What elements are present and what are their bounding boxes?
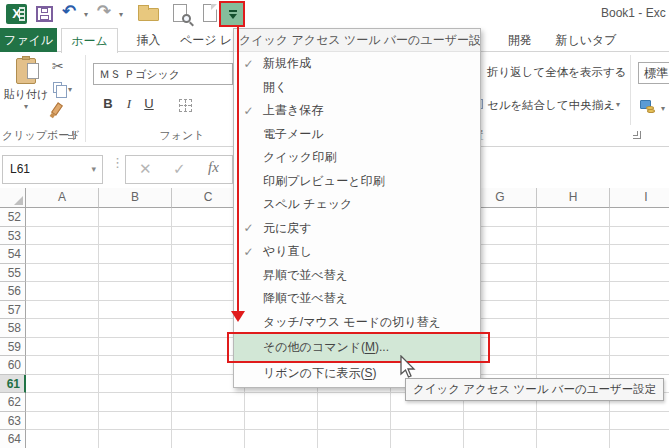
grid-cell[interactable] (26, 393, 99, 412)
formula-input-area[interactable]: ✕ ✓ fx (125, 155, 233, 184)
copy-dropdown[interactable]: ▾ (68, 85, 72, 94)
grid-cell[interactable] (318, 412, 391, 431)
grid-cell[interactable] (172, 430, 245, 448)
grid-cell[interactable] (26, 264, 99, 283)
select-all-corner[interactable] (0, 188, 26, 208)
tab-developer[interactable]: 開発 (494, 28, 546, 52)
menu-item[interactable]: 開く (234, 76, 480, 100)
column-header[interactable]: A (26, 188, 99, 208)
grid-cell[interactable] (99, 301, 172, 320)
menu-item[interactable]: ✓上書き保存 (234, 99, 480, 123)
column-header[interactable]: I (610, 188, 669, 208)
grid-cell[interactable] (318, 393, 391, 412)
cut-button[interactable]: ✂ (52, 58, 64, 74)
grid-cell[interactable] (26, 338, 99, 357)
grid-cell[interactable] (26, 301, 99, 320)
tab-insert[interactable]: 挿入 (121, 28, 176, 52)
insert-function-icon[interactable]: fx (208, 159, 219, 176)
menu-item[interactable]: 昇順で並べ替え (234, 264, 480, 288)
grid-cell[interactable] (99, 430, 172, 448)
clipboard-dialog-launcher-icon[interactable] (68, 131, 76, 139)
italic-button[interactable]: I (121, 96, 137, 112)
grid-cell[interactable] (172, 393, 245, 412)
paste-button[interactable]: 貼り付け ▾ (4, 56, 48, 124)
underline-button[interactable]: U (141, 96, 157, 111)
redo-button[interactable]: ↷ (97, 3, 111, 21)
row-header[interactable]: 53 (0, 227, 26, 246)
enter-icon[interactable]: ✓ (173, 160, 186, 178)
undo-dropdown[interactable]: ▾ (84, 10, 88, 19)
menu-item[interactable]: 印刷プレビューと印刷 (234, 170, 480, 194)
grid-cell[interactable] (26, 375, 99, 394)
grid-cell[interactable] (537, 338, 610, 357)
font-name-combobox[interactable]: ＭＳ Ｐゴシック (93, 63, 233, 85)
menu-item[interactable]: クイック印刷 (234, 146, 480, 170)
wrap-text-button[interactable]: 折り返して全体を表示する (487, 65, 627, 80)
grid-cell[interactable] (610, 208, 669, 227)
tab-page-layout[interactable]: ページ レ (179, 28, 233, 52)
grid-cell[interactable] (172, 412, 245, 431)
menu-item[interactable]: ✓新規作成 (234, 52, 480, 76)
tab-home[interactable]: ホーム (61, 28, 118, 53)
column-header[interactable]: B (99, 188, 172, 208)
tab-file[interactable]: ファイル (0, 28, 57, 52)
grid-cell[interactable] (610, 301, 669, 320)
borders-button[interactable] (179, 99, 192, 112)
copy-button[interactable] (53, 82, 62, 93)
grid-cell[interactable] (610, 338, 669, 357)
grid-cell[interactable] (26, 227, 99, 246)
grid-cell[interactable] (99, 227, 172, 246)
grid-cell[interactable] (610, 245, 669, 264)
grid-cell[interactable] (537, 301, 610, 320)
menu-item[interactable]: スペル チェック (234, 193, 480, 217)
grid-cell[interactable] (26, 282, 99, 301)
grid-cell[interactable] (99, 208, 172, 227)
grid-cell[interactable] (610, 227, 669, 246)
grid-cell[interactable] (537, 412, 610, 431)
grid-cell[interactable] (99, 245, 172, 264)
cancel-icon[interactable]: ✕ (139, 160, 152, 178)
menu-item[interactable]: 降順で並べ替え (234, 287, 480, 311)
grid-cell[interactable] (610, 356, 669, 375)
grid-cell[interactable] (99, 356, 172, 375)
grid-cell[interactable] (610, 412, 669, 431)
row-header[interactable]: 60 (0, 356, 26, 375)
grid-cell[interactable] (537, 282, 610, 301)
name-box-dropdown-icon[interactable]: ▾ (91, 156, 96, 183)
grid-cell[interactable] (245, 393, 318, 412)
grid-cell[interactable] (26, 245, 99, 264)
grid-cell[interactable] (537, 227, 610, 246)
row-header[interactable]: 52 (0, 208, 26, 227)
grid-cell[interactable] (26, 412, 99, 431)
accounting-format-dropdown[interactable]: ▾ (661, 104, 665, 113)
menu-item[interactable]: ✓やり直し (234, 240, 480, 264)
grid-cell[interactable] (537, 356, 610, 375)
grid-cell[interactable] (391, 430, 464, 448)
grid-cell[interactable] (99, 264, 172, 283)
undo-button[interactable]: ↶ (62, 3, 76, 21)
alignment-dialog-launcher-icon[interactable] (633, 131, 641, 139)
grid-cell[interactable] (610, 319, 669, 338)
menu-item[interactable]: タッチ/マウス モードの切り替え (234, 311, 480, 335)
grid-cell[interactable] (537, 264, 610, 283)
grid-cell[interactable] (26, 319, 99, 338)
row-header[interactable]: 55 (0, 264, 26, 283)
save-button[interactable] (36, 6, 53, 22)
grid-cell[interactable] (537, 319, 610, 338)
tab-new-tab[interactable]: 新しいタブ (547, 28, 625, 52)
number-format-combobox[interactable]: 標準 (638, 62, 669, 84)
row-header[interactable]: 64 (0, 430, 26, 448)
grid-cell[interactable] (26, 430, 99, 448)
row-header[interactable]: 61 (0, 375, 26, 394)
grid-cell[interactable] (99, 282, 172, 301)
grid-cell[interactable] (537, 208, 610, 227)
grid-cell[interactable] (99, 375, 172, 394)
row-header[interactable]: 63 (0, 412, 26, 431)
merge-center-dropdown[interactable]: ▾ (616, 100, 620, 109)
grid-cell[interactable] (26, 356, 99, 375)
merge-center-button[interactable]: セルを結合して中央揃え (487, 98, 615, 113)
grid-cell[interactable] (610, 264, 669, 283)
grid-cell[interactable] (464, 412, 537, 431)
grid-cell[interactable] (99, 393, 172, 412)
grid-cell[interactable] (318, 430, 391, 448)
